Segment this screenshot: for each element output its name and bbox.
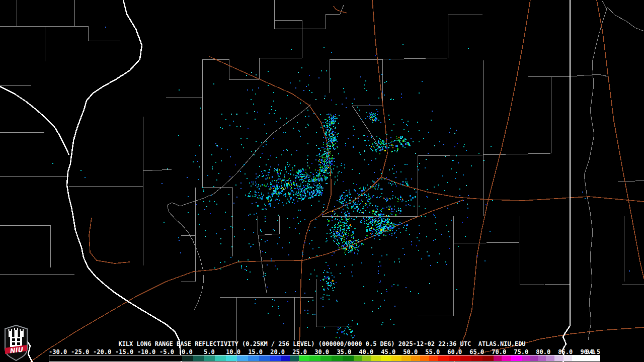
niu-logo: NIU	[2, 325, 30, 361]
colorbar-tick-label: 45.0	[381, 348, 395, 355]
colorbar-tick-label: 15.0	[248, 348, 263, 355]
colorbar	[49, 355, 600, 361]
colorbar-tick-label: 65.0	[469, 348, 484, 355]
reflectivity-echoes	[52, 27, 630, 338]
product-title: KILX LONG RANGE BASE REFLECTIVITY (0.25K…	[0, 340, 644, 347]
colorbar-tick-label: 35.0	[337, 348, 351, 355]
colorbar-tick-label: -20.0	[93, 348, 111, 355]
colorbar-tick-label: 55.0	[425, 348, 440, 355]
colorbar-tick-label: 75.0	[514, 348, 528, 355]
colorbar-tick-label: 30.0	[314, 348, 329, 355]
colorbar-tick-label: -5.0	[159, 348, 174, 355]
colorbar-tick-label: -10.0	[137, 348, 155, 355]
colorbar-tick-label: 85.0	[558, 348, 573, 355]
radar-viewer: KILX LONG RANGE BASE REFLECTIVITY (0.25K…	[0, 0, 644, 362]
castle-icon	[9, 328, 24, 347]
colorbar-tick-label: 10.0	[226, 348, 240, 355]
colorbar-tick-label: 94.5	[586, 348, 600, 355]
colorbar-tick-label: 40.0	[359, 348, 373, 355]
colorbar-tick-label: -30.0	[49, 348, 67, 355]
colorbar-tick-label: 25.0	[292, 348, 307, 355]
colorbar-tick-label: 5.0	[204, 348, 215, 355]
radar-map	[0, 0, 644, 362]
highway-lines	[30, 0, 644, 362]
colorbar-tick-label: -15.0	[115, 348, 133, 355]
colorbar-tick-label: 80.0	[536, 348, 550, 355]
colorbar-tick-label: -25.0	[71, 348, 89, 355]
colorbar-scale-labels: -30.0-25.0-20.0-15.0-10.0-5.00.05.010.01…	[0, 348, 644, 355]
colorbar-tick-label: 60.0	[447, 348, 462, 355]
river-lines	[167, 0, 644, 340]
colorbar-tick-label: 50.0	[403, 348, 418, 355]
state-border-and-major-rivers	[0, 0, 570, 362]
colorbar-tick-label: 20.0	[270, 348, 285, 355]
colorbar-tick-label: 70.0	[492, 348, 506, 355]
colorbar-tick-label: 0.0	[182, 348, 193, 355]
